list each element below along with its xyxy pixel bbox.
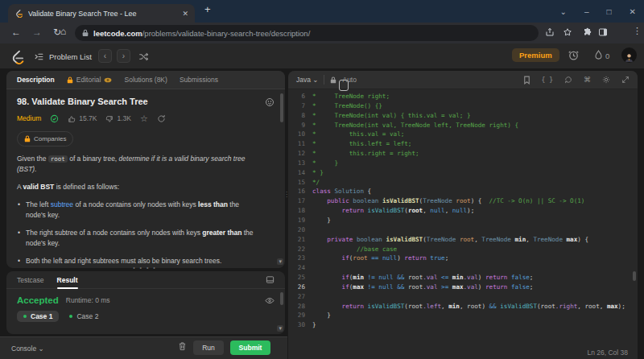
address-bar[interactable]: leetcode.com/problems/validate-binary-se… <box>75 25 539 41</box>
new-tab-button[interactable]: + <box>204 3 211 15</box>
problem-list-label[interactable]: Problem List <box>49 52 92 61</box>
tab-solutions[interactable]: Solutions (8K) <box>124 76 167 84</box>
user-avatar[interactable] <box>621 47 637 63</box>
browser-menu-kebab-icon[interactable]: ⋮ <box>633 26 642 36</box>
description-scrollbar[interactable] <box>280 93 283 122</box>
tab-editorial[interactable]: Editorial <box>67 76 113 84</box>
description-tab-bar: Description Editorial Solutions (8K) Sub… <box>6 71 285 89</box>
bullet-left-subtree: The left subtree of a node contains only… <box>17 200 258 221</box>
back-icon[interactable]: ← <box>11 27 21 38</box>
definition-list: The left subtree of a node contains only… <box>17 200 258 266</box>
console-toggle[interactable]: Console ⌄ <box>11 345 44 353</box>
shortcuts-command-icon[interactable]: ⌘ <box>584 76 591 84</box>
description-panel: Description Editorial Solutions (8K) Sub… <box>6 71 285 268</box>
result-eye-icon[interactable] <box>265 297 275 304</box>
companies-chip[interactable]: Companies <box>17 131 73 146</box>
run-button[interactable]: Run <box>193 340 224 355</box>
extensions-puzzle-icon[interactable] <box>583 27 592 37</box>
problem-statement: Given the root of a binary tree, determi… <box>17 154 258 175</box>
chevron-down-icon: ⌄ <box>312 76 318 84</box>
favorite-star-icon[interactable]: ☆ <box>140 113 148 124</box>
tab-search-chevron-icon[interactable]: ⌄ <box>560 7 567 16</box>
autosave-lock-icon <box>330 76 336 84</box>
prev-problem-button[interactable]: ‹ <box>98 49 112 63</box>
streak-flame-icon[interactable] <box>593 49 604 61</box>
definition-intro: A valid BST is defined as follows: <box>17 182 258 192</box>
submit-button[interactable]: Submit <box>230 340 270 355</box>
home-icon[interactable]: ⌂ <box>60 26 66 37</box>
horizontal-resize-handle[interactable]: • • • • <box>113 265 177 270</box>
bookmark-icon[interactable] <box>523 76 530 85</box>
share-icon[interactable] <box>545 27 555 37</box>
problem-list-icon[interactable] <box>34 52 44 62</box>
url-path: /problems/validate-binary-search-tree/de… <box>142 29 311 38</box>
likes[interactable]: 15.7K <box>68 113 97 124</box>
editor-widget-icon[interactable] <box>339 80 349 91</box>
window-close-button[interactable]: ✕ <box>630 7 636 16</box>
fullscreen-expand-icon[interactable] <box>621 76 630 84</box>
cursor-position-status: Ln 26, Col 38 <box>587 349 628 357</box>
share-problem-icon[interactable] <box>157 114 166 123</box>
https-lock-icon <box>82 29 89 37</box>
chevron-down-icon: ⌄ <box>39 345 44 353</box>
forward-icon[interactable]: → <box>32 27 42 38</box>
editor-settings-gear-icon[interactable] <box>602 76 610 84</box>
case-1-chip[interactable]: Case 1 <box>17 311 59 322</box>
result-scrollbar[interactable] <box>280 292 283 305</box>
case-pass-dot <box>69 315 72 318</box>
streak-count: 0 <box>605 52 609 60</box>
code-lines[interactable]: 6* TreeNode right;7* TreeNode() {}8* Tre… <box>288 92 633 330</box>
editorial-eye-icon <box>104 77 112 83</box>
language-selector[interactable]: Java ⌄ <box>296 76 318 84</box>
tab-description[interactable]: Description <box>17 76 55 84</box>
tab-result[interactable]: Result <box>57 276 78 284</box>
runtime-label: Runtime: 0 ms <box>66 296 110 304</box>
bookmark-star-icon[interactable] <box>563 27 572 37</box>
feedback-smiley-icon[interactable] <box>265 97 275 107</box>
difficulty-badge: Medium <box>17 113 41 124</box>
window-minimize-button[interactable]: – <box>584 7 589 16</box>
shuffle-icon[interactable] <box>138 52 149 62</box>
format-braces-icon[interactable]: { } <box>542 76 553 84</box>
scroll-down-icon[interactable]: ▾ <box>277 325 283 332</box>
problem-title: 98. Validate Binary Search Tree <box>17 97 265 107</box>
leetcode-favicon <box>14 9 23 18</box>
case-pass-dot <box>23 315 27 318</box>
trash-icon[interactable] <box>178 341 187 351</box>
next-problem-button[interactable]: › <box>117 49 130 63</box>
bullet-right-subtree: The right subtree of a node contains onl… <box>17 228 258 249</box>
side-panel-icon[interactable] <box>598 27 608 37</box>
reset-code-icon[interactable] <box>564 76 572 84</box>
verdict-status: Accepted <box>17 295 59 305</box>
leetcode-logo[interactable] <box>10 48 24 64</box>
result-panel: Testcase Result Accepted Runtime: 0 ms C… <box>6 271 285 334</box>
timer-icon[interactable] <box>568 49 580 61</box>
tab-title: Validate Binary Search Tree - Lee <box>28 10 177 18</box>
lock-icon <box>24 135 31 142</box>
tab-close-icon[interactable]: ✕ <box>182 10 188 18</box>
premium-button[interactable]: Premium <box>512 48 559 62</box>
browser-tab[interactable]: Validate Binary Search Tree - Lee ✕ <box>8 4 195 23</box>
dislikes[interactable]: 1.3K <box>105 113 131 124</box>
browser-titlebar: Validate Binary Search Tree - Lee ✕ + ⌄ … <box>0 0 644 23</box>
tab-submissions[interactable]: Submissions <box>180 76 218 84</box>
case-2-chip[interactable]: Case 2 <box>69 312 98 320</box>
solved-check-icon <box>50 114 59 123</box>
panel-layout-icon[interactable] <box>266 275 275 284</box>
tab-testcase[interactable]: Testcase <box>17 276 44 284</box>
scroll-down-icon[interactable]: ▾ <box>277 258 283 265</box>
lock-icon <box>67 76 73 84</box>
url-domain: leetcode.com <box>93 29 142 38</box>
code-editor-panel: Java ⌄ Auto { } ⌘ 6* TreeNode right;7* T… <box>288 71 638 359</box>
window-maximize-button[interactable]: □ <box>607 7 612 16</box>
editor-scrollbar[interactable] <box>633 271 636 281</box>
